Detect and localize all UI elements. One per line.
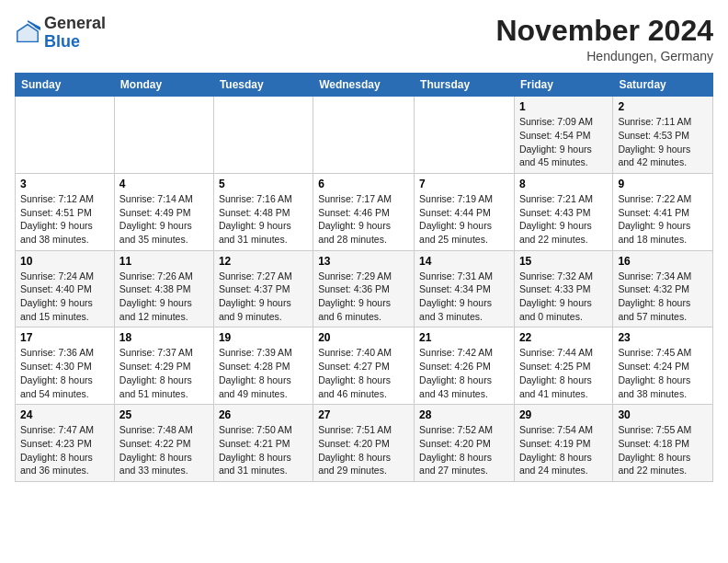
day-number: 15 (519, 255, 608, 268)
calendar-cell: 12Sunrise: 7:27 AMSunset: 4:37 PMDayligh… (213, 250, 313, 327)
day-number: 19 (219, 331, 308, 344)
day-info: Sunrise: 7:17 AMSunset: 4:46 PMDaylight:… (318, 192, 409, 247)
calendar-week-row: 3Sunrise: 7:12 AMSunset: 4:51 PMDaylight… (16, 173, 713, 250)
day-number: 12 (219, 255, 308, 268)
day-number: 10 (20, 255, 109, 268)
calendar-header-row: SundayMondayTuesdayWednesdayThursdayFrid… (16, 74, 713, 97)
calendar-cell: 19Sunrise: 7:39 AMSunset: 4:28 PMDayligh… (213, 327, 313, 405)
day-info: Sunrise: 7:24 AMSunset: 4:40 PMDaylight:… (20, 270, 109, 324)
day-info: Sunrise: 7:40 AMSunset: 4:27 PMDaylight:… (318, 346, 409, 400)
calendar-cell: 25Sunrise: 7:48 AMSunset: 4:22 PMDayligh… (114, 405, 213, 482)
day-info: Sunrise: 7:45 AMSunset: 4:24 PMDaylight:… (618, 346, 708, 400)
calendar-cell (213, 97, 313, 174)
logo: General Blue (15, 15, 106, 52)
day-info: Sunrise: 7:32 AMSunset: 4:33 PMDaylight:… (519, 270, 608, 324)
day-number: 9 (618, 178, 708, 190)
day-number: 14 (419, 255, 509, 268)
calendar-cell (415, 97, 515, 174)
day-number: 7 (419, 178, 509, 190)
title-block: November 2024 Hendungen, Germany (495, 15, 713, 63)
calendar-header-monday: Monday (114, 74, 213, 97)
day-number: 11 (119, 255, 209, 268)
day-info: Sunrise: 7:11 AMSunset: 4:53 PMDaylight:… (618, 115, 708, 169)
page-header: General Blue November 2024 Hendungen, Ge… (15, 15, 713, 63)
day-number: 6 (318, 178, 409, 190)
calendar-cell: 15Sunrise: 7:32 AMSunset: 4:33 PMDayligh… (514, 250, 612, 327)
calendar-cell: 9Sunrise: 7:22 AMSunset: 4:41 PMDaylight… (613, 173, 713, 250)
day-number: 30 (618, 408, 708, 421)
calendar-cell: 11Sunrise: 7:26 AMSunset: 4:38 PMDayligh… (114, 250, 213, 327)
calendar-week-row: 1Sunrise: 7:09 AMSunset: 4:54 PMDaylight… (16, 97, 713, 174)
day-number: 2 (618, 100, 708, 113)
calendar-header-tuesday: Tuesday (213, 74, 313, 97)
day-info: Sunrise: 7:22 AMSunset: 4:41 PMDaylight:… (618, 192, 708, 247)
calendar-cell: 7Sunrise: 7:19 AMSunset: 4:44 PMDaylight… (415, 173, 515, 250)
calendar-cell: 3Sunrise: 7:12 AMSunset: 4:51 PMDaylight… (16, 173, 115, 250)
calendar-cell: 21Sunrise: 7:42 AMSunset: 4:26 PMDayligh… (415, 327, 515, 405)
calendar-cell (16, 97, 115, 174)
calendar-week-row: 17Sunrise: 7:36 AMSunset: 4:30 PMDayligh… (16, 327, 713, 405)
day-info: Sunrise: 7:14 AMSunset: 4:49 PMDaylight:… (119, 192, 209, 247)
day-info: Sunrise: 7:39 AMSunset: 4:28 PMDaylight:… (219, 346, 308, 400)
calendar-cell: 16Sunrise: 7:34 AMSunset: 4:32 PMDayligh… (613, 250, 713, 327)
calendar-cell: 10Sunrise: 7:24 AMSunset: 4:40 PMDayligh… (16, 250, 115, 327)
day-number: 1 (519, 100, 608, 113)
day-info: Sunrise: 7:27 AMSunset: 4:37 PMDaylight:… (219, 270, 308, 324)
day-info: Sunrise: 7:51 AMSunset: 4:20 PMDaylight:… (318, 423, 409, 477)
day-info: Sunrise: 7:47 AMSunset: 4:23 PMDaylight:… (20, 423, 109, 477)
day-number: 25 (119, 408, 209, 421)
day-info: Sunrise: 7:48 AMSunset: 4:22 PMDaylight:… (119, 423, 209, 477)
day-info: Sunrise: 7:09 AMSunset: 4:54 PMDaylight:… (519, 115, 608, 169)
calendar-cell: 20Sunrise: 7:40 AMSunset: 4:27 PMDayligh… (313, 327, 415, 405)
day-number: 21 (419, 331, 509, 344)
day-info: Sunrise: 7:12 AMSunset: 4:51 PMDaylight:… (20, 192, 109, 247)
calendar-cell: 26Sunrise: 7:50 AMSunset: 4:21 PMDayligh… (213, 405, 313, 482)
day-info: Sunrise: 7:26 AMSunset: 4:38 PMDaylight:… (119, 270, 209, 324)
day-number: 24 (20, 408, 109, 421)
day-number: 23 (618, 331, 708, 344)
day-info: Sunrise: 7:29 AMSunset: 4:36 PMDaylight:… (318, 270, 409, 324)
day-number: 3 (20, 178, 109, 190)
day-info: Sunrise: 7:21 AMSunset: 4:43 PMDaylight:… (519, 192, 608, 247)
calendar-week-row: 10Sunrise: 7:24 AMSunset: 4:40 PMDayligh… (16, 250, 713, 327)
day-number: 27 (318, 408, 409, 421)
calendar-cell: 29Sunrise: 7:54 AMSunset: 4:19 PMDayligh… (514, 405, 612, 482)
calendar-week-row: 24Sunrise: 7:47 AMSunset: 4:23 PMDayligh… (16, 405, 713, 482)
day-info: Sunrise: 7:31 AMSunset: 4:34 PMDaylight:… (419, 270, 509, 324)
day-info: Sunrise: 7:52 AMSunset: 4:20 PMDaylight:… (419, 423, 509, 477)
calendar-cell: 18Sunrise: 7:37 AMSunset: 4:29 PMDayligh… (114, 327, 213, 405)
day-number: 20 (318, 331, 409, 344)
calendar-cell: 13Sunrise: 7:29 AMSunset: 4:36 PMDayligh… (313, 250, 415, 327)
day-number: 29 (519, 408, 608, 421)
calendar-header-friday: Friday (514, 74, 612, 97)
calendar-cell (114, 97, 213, 174)
day-number: 16 (618, 255, 708, 268)
calendar-header-sunday: Sunday (16, 74, 115, 97)
calendar-cell: 5Sunrise: 7:16 AMSunset: 4:48 PMDaylight… (213, 173, 313, 250)
calendar-cell: 30Sunrise: 7:55 AMSunset: 4:18 PMDayligh… (613, 405, 713, 482)
calendar-cell: 27Sunrise: 7:51 AMSunset: 4:20 PMDayligh… (313, 405, 415, 482)
day-number: 17 (20, 331, 109, 344)
day-number: 26 (219, 408, 308, 421)
calendar-cell: 24Sunrise: 7:47 AMSunset: 4:23 PMDayligh… (16, 405, 115, 482)
day-info: Sunrise: 7:44 AMSunset: 4:25 PMDaylight:… (519, 346, 608, 400)
calendar-header-thursday: Thursday (415, 74, 515, 97)
calendar-cell: 6Sunrise: 7:17 AMSunset: 4:46 PMDaylight… (313, 173, 415, 250)
day-number: 13 (318, 255, 409, 268)
calendar-header-saturday: Saturday (613, 74, 713, 97)
calendar-cell: 4Sunrise: 7:14 AMSunset: 4:49 PMDaylight… (114, 173, 213, 250)
calendar-cell: 8Sunrise: 7:21 AMSunset: 4:43 PMDaylight… (514, 173, 612, 250)
day-info: Sunrise: 7:50 AMSunset: 4:21 PMDaylight:… (219, 423, 308, 477)
calendar-cell: 2Sunrise: 7:11 AMSunset: 4:53 PMDaylight… (613, 97, 713, 174)
logo-blue-text: Blue (44, 32, 80, 51)
day-info: Sunrise: 7:36 AMSunset: 4:30 PMDaylight:… (20, 346, 109, 400)
day-info: Sunrise: 7:16 AMSunset: 4:48 PMDaylight:… (219, 192, 308, 247)
logo-icon (15, 20, 40, 46)
day-number: 4 (119, 178, 209, 190)
calendar-cell: 17Sunrise: 7:36 AMSunset: 4:30 PMDayligh… (16, 327, 115, 405)
calendar-cell: 23Sunrise: 7:45 AMSunset: 4:24 PMDayligh… (613, 327, 713, 405)
day-number: 28 (419, 408, 509, 421)
calendar-cell: 28Sunrise: 7:52 AMSunset: 4:20 PMDayligh… (415, 405, 515, 482)
month-title: November 2024 (495, 15, 713, 47)
day-info: Sunrise: 7:19 AMSunset: 4:44 PMDaylight:… (419, 192, 509, 247)
